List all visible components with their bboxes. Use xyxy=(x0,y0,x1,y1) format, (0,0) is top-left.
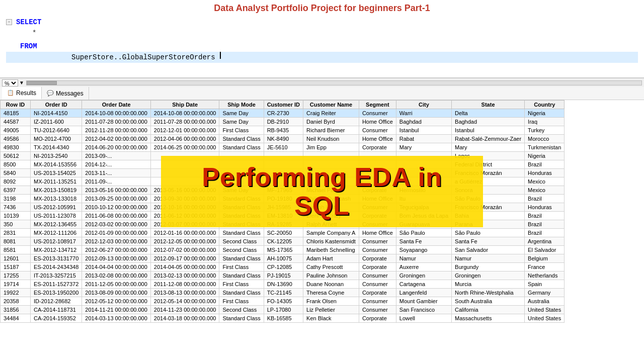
table-cell: 2014-10-08 00:00:00.000 xyxy=(150,109,219,118)
table-row[interactable]: 19714ES-2011-15273722011-12-05 00:00:00.… xyxy=(1,280,565,289)
col-orderid: Order ID xyxy=(31,101,82,109)
table-cell: Rabat xyxy=(396,135,451,143)
table-cell: San Francisco xyxy=(396,306,451,314)
table-row[interactable]: 15187ES-2014-24343482014-04-04 00:00:00.… xyxy=(1,263,565,272)
text-cursor xyxy=(220,52,221,59)
table-cell: Corporate xyxy=(359,263,396,272)
table-cell: United States xyxy=(525,314,565,323)
table-cell: Cathy Prescott xyxy=(303,263,359,272)
table-row[interactable]: 49005TU-2012-66402012-11-28 00:00:00.000… xyxy=(1,126,565,135)
table-cell: South Australia xyxy=(452,297,525,306)
table-cell: LP-17080 xyxy=(264,306,303,314)
asterisk: * xyxy=(32,28,36,39)
table-row[interactable]: 20358ID-2012-286822012-05-12 00:00:00.00… xyxy=(1,297,565,306)
table-cell: 44587 xyxy=(1,118,31,126)
table-cell: MX-2014-153556 xyxy=(31,160,82,169)
table-cell: 49005 xyxy=(1,126,31,135)
collapse-btn[interactable]: - xyxy=(6,19,12,25)
table-cell: Nigeria xyxy=(525,152,565,160)
table-row[interactable]: 2831MX-2012-1112062012-01-09 00:00:00.00… xyxy=(1,229,565,237)
tab-messages[interactable]: 💬 Messages xyxy=(42,87,89,100)
table-cell: 2012-04-06 00:00:00.000 xyxy=(150,135,219,143)
messages-icon: 💬 xyxy=(47,90,54,97)
table-cell: 2013-09-25 00:00:00.000 xyxy=(82,195,151,203)
table-row[interactable]: 44587IZ-2011-6002011-07-28 00:00:00.0002… xyxy=(1,118,565,126)
table-cell: Mary xyxy=(396,143,451,152)
table-cell: Brazil xyxy=(525,229,565,237)
editor-area: Data Analyst Portfolio Project for begin… xyxy=(0,0,644,78)
table-cell: 2012-12-05 00:00:00.000 xyxy=(150,237,219,246)
table-cell: 2014-06-20 00:00:00.000 xyxy=(82,143,151,152)
table-cell: 3198 xyxy=(1,195,31,203)
table-cell: Consumer xyxy=(359,246,396,254)
code-line-2: * xyxy=(6,28,638,39)
table-name: SuperStore..GlobalSuperStoreOrders xyxy=(16,52,215,63)
results-table-wrapper[interactable]: Row ID Order ID Order Date Ship Date Shi… xyxy=(0,100,644,362)
table-cell: NI-2013-2540 xyxy=(31,152,82,160)
table-cell: 8081 xyxy=(1,237,31,246)
table-cell: Maribeth Schnelling xyxy=(303,246,359,254)
horizontal-scrollbar[interactable] xyxy=(26,80,642,85)
table-cell: Istanbul xyxy=(452,126,525,135)
table-cell: Liz Pelletier xyxy=(303,306,359,314)
table-cell: 2012-05-12 00:00:00.000 xyxy=(82,297,151,306)
table-cell: Corporate xyxy=(359,143,396,152)
table-cell: Namur xyxy=(452,254,525,263)
table-cell: KB-16585 xyxy=(264,314,303,323)
table-cell: Morocco xyxy=(525,135,565,143)
table-cell: Craig Reiter xyxy=(303,109,359,118)
table-cell: Theresa Coyne xyxy=(303,289,359,297)
table-cell: Brazil xyxy=(525,160,565,169)
table-cell: 2013-08-09 00:00:00.000 xyxy=(82,289,151,297)
table-cell: First Class xyxy=(219,280,264,289)
table-cell: Same Day xyxy=(219,109,264,118)
zoom-control[interactable]: % ▼ xyxy=(2,79,24,86)
table-cell: Nigeria xyxy=(525,109,565,118)
table-cell: 34484 xyxy=(1,314,31,323)
table-cell: 350 xyxy=(1,220,31,229)
table-cell: California xyxy=(452,306,525,314)
table-row[interactable]: 8081US-2012-1089172012-12-03 00:00:00.00… xyxy=(1,237,565,246)
table-cell: 8581 xyxy=(1,246,31,254)
table-cell: 15187 xyxy=(1,263,31,272)
table-cell: Istanbul xyxy=(396,126,451,135)
table-cell: MX-2012-134712 xyxy=(31,246,82,254)
table-row[interactable]: 49830TX-2014-43402014-06-20 00:00:00.000… xyxy=(1,143,565,152)
table-row[interactable]: 17255IT-2013-32572152013-02-08 00:00:00.… xyxy=(1,272,565,280)
table-cell: 49586 xyxy=(1,135,31,143)
table-cell: SC-20050 xyxy=(264,229,303,237)
table-cell: Germany xyxy=(525,289,565,297)
table-cell: Consumer xyxy=(359,237,396,246)
table-cell: MS-17365 xyxy=(264,246,303,254)
table-cell: Second Class xyxy=(219,306,264,314)
table-row[interactable]: 48185NI-2014-41502014-10-08 00:00:00.000… xyxy=(1,109,565,118)
zoom-arrow[interactable]: ▼ xyxy=(19,80,24,85)
table-cell: 2014-10-08 00:00:00.000 xyxy=(82,109,151,118)
table-cell: Chloris Kastensmidt xyxy=(303,237,359,246)
tab-results[interactable]: 📋 Results xyxy=(2,87,42,100)
table-row[interactable]: 31856CA-2014-1187312014-11-21 00:00:00.0… xyxy=(1,306,565,314)
table-row[interactable]: 12601ES-2013-31317702012-09-13 00:00:00.… xyxy=(1,254,565,263)
table-cell: TC-21145 xyxy=(264,289,303,297)
table-cell: ID-2012-28682 xyxy=(31,297,82,306)
table-row[interactable]: 8581MX-2012-1347122012-06-27 00:00:00.00… xyxy=(1,246,565,254)
code-editor[interactable]: - SELECT * FROM SuperStore..GlobalSuperS… xyxy=(0,15,644,77)
table-cell: 19922 xyxy=(1,289,31,297)
col-state: State xyxy=(452,101,525,109)
table-cell: Lowell xyxy=(396,314,451,323)
table-cell: Santa Fe xyxy=(396,237,451,246)
table-cell: Standard Class xyxy=(219,229,264,237)
table-row[interactable]: 34484CA-2014-1593522014-03-13 00:00:00.0… xyxy=(1,314,565,323)
col-rowid: Row ID xyxy=(1,101,31,109)
table-row[interactable]: 49586MO-2012-47002012-04-02 00:00:00.000… xyxy=(1,135,565,143)
table-cell: Turkey xyxy=(525,126,565,135)
table-row[interactable]: 19922ES-2013-19502002013-08-09 00:00:00.… xyxy=(1,289,565,297)
table-cell: 2011-12-08 00:00:00.000 xyxy=(150,280,219,289)
tab-results-label: Results xyxy=(16,89,36,97)
table-cell: Standard Class xyxy=(219,143,264,152)
table-cell: Home Office xyxy=(359,135,396,143)
table-cell: Australia xyxy=(525,297,565,306)
zoom-select[interactable]: % xyxy=(2,79,18,86)
table-cell: Duane Noonan xyxy=(303,280,359,289)
code-line-4: SuperStore..GlobalSuperStoreOrders xyxy=(6,52,638,63)
